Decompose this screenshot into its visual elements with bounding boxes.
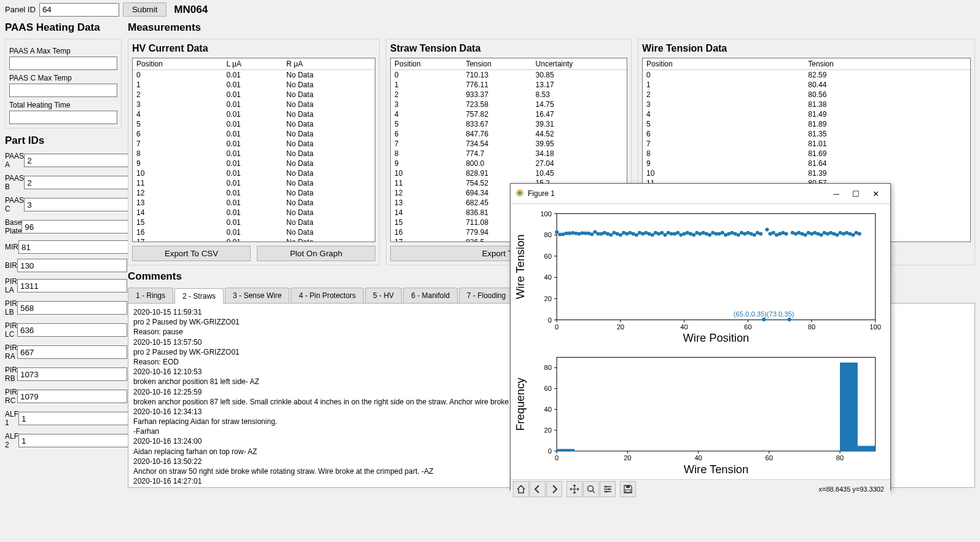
panel-id-input[interactable] [39, 3, 119, 17]
close-button[interactable]: ✕ [866, 186, 885, 201]
configure-icon[interactable] [600, 481, 616, 497]
svg-point-101 [794, 232, 798, 235]
table-row[interactable]: 881.69 [643, 149, 970, 159]
heating-input[interactable] [9, 111, 117, 124]
part-input[interactable] [18, 434, 128, 447]
svg-point-60 [663, 233, 667, 237]
table-row[interactable]: 60.01No Data [133, 129, 375, 139]
comments-tab[interactable]: 3 - Sense Wire [225, 288, 289, 303]
svg-point-47 [622, 231, 625, 235]
part-input[interactable] [24, 176, 134, 189]
svg-text:80: 80 [544, 231, 552, 238]
comments-tab[interactable]: 5 - HV [365, 288, 402, 303]
table-row[interactable]: 10828.9110.45 [391, 168, 627, 178]
table-row[interactable]: 10.01No Data [133, 80, 375, 90]
comments-tab[interactable]: 4 - Pin Protectors [291, 288, 364, 303]
table-row[interactable]: 40.01No Data [133, 109, 375, 119]
table-row[interactable]: 130.01No Data [133, 198, 375, 208]
part-label: ALF 2 [5, 432, 18, 449]
part-input[interactable] [17, 367, 127, 381]
part-input[interactable] [17, 279, 127, 293]
svg-text:0: 0 [548, 316, 552, 324]
hv-export-button[interactable]: Export To CSV [132, 246, 251, 261]
home-icon[interactable] [513, 481, 529, 497]
table-row[interactable]: 120.01No Data [133, 188, 375, 198]
minimize-button[interactable]: ─ [826, 186, 846, 201]
forward-icon[interactable] [546, 481, 562, 497]
svg-point-55 [647, 232, 651, 235]
table-row[interactable]: 8774.734.18 [391, 149, 627, 159]
part-input[interactable] [17, 345, 127, 359]
table-row[interactable]: 2933.378.53 [391, 90, 627, 100]
zoom-icon[interactable] [583, 481, 599, 497]
table-row[interactable]: 30.01No Data [133, 100, 375, 109]
part-label: PIR LA [5, 277, 17, 294]
part-input[interactable] [18, 240, 128, 254]
table-row[interactable]: 381.38 [643, 100, 970, 109]
table-row[interactable]: 1776.1113.17 [391, 80, 627, 90]
comments-tab[interactable]: 1 - Rings [128, 288, 173, 303]
table-row[interactable]: 180.44 [643, 80, 970, 90]
svg-rect-156 [626, 485, 630, 488]
svg-point-30 [568, 232, 571, 235]
table-row[interactable]: 082.59 [643, 70, 970, 81]
table-row[interactable]: 6847.7644.52 [391, 129, 627, 139]
svg-point-26 [555, 230, 559, 234]
comments-tab[interactable]: 2 - Straws [174, 288, 224, 304]
svg-text:60: 60 [544, 385, 552, 392]
table-row[interactable]: 3723.5814.75 [391, 100, 627, 109]
pan-icon[interactable] [566, 481, 582, 497]
part-input[interactable] [24, 154, 134, 167]
table-row[interactable]: 170.01No Data [133, 237, 375, 242]
table-row[interactable]: 150.01No Data [133, 218, 375, 227]
table-row[interactable]: 110.01No Data [133, 178, 375, 188]
svg-point-77 [718, 232, 721, 235]
figure-window[interactable]: Figure 1 ─ ☐ ✕ 002020404060608080100100(… [510, 183, 891, 490]
table-row[interactable]: 4757.8216.47 [391, 109, 627, 119]
table-row[interactable]: 5833.6739.31 [391, 119, 627, 129]
table-row[interactable]: 20.01No Data [133, 90, 375, 100]
table-row[interactable]: 0710.1330.85 [391, 70, 627, 81]
table-row[interactable]: 140.01No Data [133, 208, 375, 218]
table-row[interactable]: 581.89 [643, 119, 970, 129]
heating-input[interactable] [9, 57, 117, 70]
save-icon[interactable] [620, 481, 636, 497]
hv-current-grid[interactable]: PositionL μAR μA00.01No Data10.01No Data… [132, 58, 375, 242]
part-input[interactable] [17, 259, 127, 272]
comments-tab[interactable]: 6 - Manifold [403, 288, 458, 303]
table-row[interactable]: 981.64 [643, 159, 970, 168]
table-row[interactable]: 781.01 [643, 139, 970, 149]
svg-text:60: 60 [744, 323, 751, 331]
part-input[interactable] [22, 220, 131, 234]
svg-point-66 [683, 232, 686, 235]
part-input[interactable] [17, 301, 127, 315]
table-row[interactable]: 481.49 [643, 109, 970, 119]
svg-point-73 [705, 232, 708, 235]
table-row[interactable]: 70.01No Data [133, 139, 375, 149]
svg-point-104 [804, 233, 807, 237]
part-input[interactable] [17, 390, 127, 403]
back-icon[interactable] [530, 481, 546, 497]
part-input[interactable] [17, 323, 127, 337]
table-row[interactable]: 50.01No Data [133, 119, 375, 129]
table-row[interactable]: 80.01No Data [133, 149, 375, 159]
table-row[interactable]: 9800.027.04 [391, 159, 627, 168]
table-row[interactable]: 160.01No Data [133, 227, 375, 237]
comments-tab[interactable]: 7 - Flooding [459, 288, 514, 303]
table-row[interactable]: 681.35 [643, 129, 970, 139]
heating-input[interactable] [9, 84, 117, 97]
svg-point-89 [756, 231, 759, 235]
hv-plot-button[interactable]: Plot On Graph [257, 246, 375, 261]
table-row[interactable]: 280.56 [643, 90, 970, 100]
table-row[interactable]: 00.01No Data [133, 70, 375, 81]
submit-button[interactable]: Submit [123, 2, 167, 17]
table-row[interactable]: 90.01No Data [133, 159, 375, 168]
table-row[interactable]: 7734.5439.95 [391, 139, 627, 149]
part-input[interactable] [24, 198, 134, 211]
figure-titlebar[interactable]: Figure 1 ─ ☐ ✕ [511, 184, 890, 204]
part-input[interactable] [18, 412, 128, 425]
table-row[interactable]: 1081.39 [643, 168, 970, 178]
table-row[interactable]: 100.01No Data [133, 168, 375, 178]
maximize-button[interactable]: ☐ [846, 186, 866, 201]
svg-point-38 [593, 230, 597, 234]
